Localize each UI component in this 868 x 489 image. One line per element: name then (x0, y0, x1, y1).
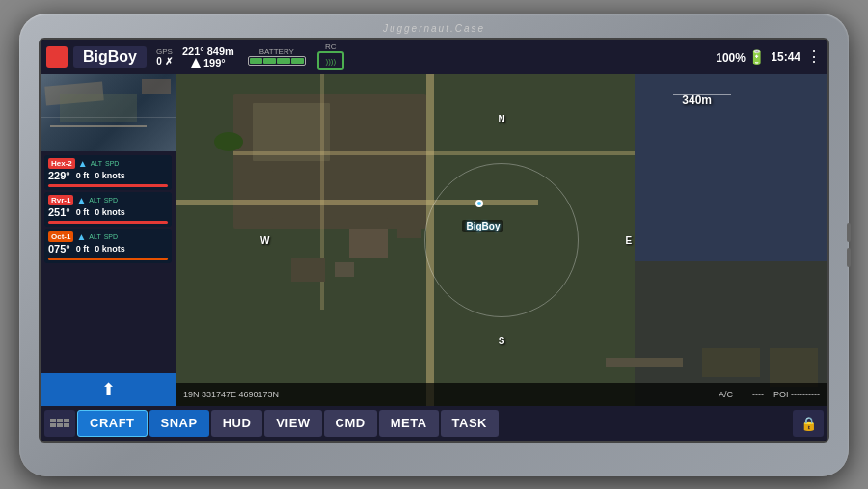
rc-icon: )))) (317, 51, 344, 70)
main-content: Hex-2 ▲ ALT SPD 229° 0 ft 0 knots (41, 74, 827, 406)
drone-alt: 0 ft (76, 171, 90, 180)
upload-button[interactable]: ⬆ (41, 373, 176, 406)
arrow-up-icon (191, 58, 201, 68)
battery-bar (248, 56, 306, 66)
bearing-row: 199° (191, 57, 226, 68)
nav-section: 221° 849m 199° (182, 45, 234, 68)
drone-status-bar (48, 258, 168, 260)
drone-arrow-icon: ▲ (76, 231, 86, 242)
drone-list: Hex-2 ▲ ALT SPD 229° 0 ft 0 knots (41, 151, 176, 373)
drone-tag: Rvr-1 (48, 195, 73, 205)
ac-section: A/C ---- (719, 390, 764, 399)
battery-cell-3 (277, 58, 289, 64)
left-panel: Hex-2 ▲ ALT SPD 229° 0 ft 0 knots (41, 74, 176, 406)
spd-label: SPD (105, 160, 119, 167)
spd-label: SPD (104, 197, 118, 204)
battery-section: BATTERY (248, 47, 306, 66)
drone-stats: 075° 0 ft 0 knots (48, 243, 168, 255)
device-frame: Juggernaut.Case BigBoy GPS 0 ✗ 221° 849m… (19, 14, 849, 476)
map-area[interactable]: N S E W 340m BigBoy 19N 331747E 4690173N… (176, 74, 827, 406)
compass-east: E (626, 234, 633, 245)
battery-cell-4 (291, 58, 304, 64)
drone-heading: 251° (48, 206, 70, 218)
grid-icon (50, 419, 69, 427)
hud-button[interactable]: HUD (211, 410, 263, 437)
coords-label: 19N 331747E 4690173N (183, 390, 279, 399)
ac-value: ---- (752, 390, 764, 399)
drone-stats: 229° 0 ft 0 knots (48, 170, 168, 181)
drone-spd: 0 knots (95, 207, 125, 217)
drone-stats: 251° 0 ft 0 knots (48, 206, 168, 218)
drone-tag: Oct-1 (48, 231, 73, 242)
side-buttons (847, 223, 851, 267)
drone-item-top: Hex-2 ▲ ALT SPD (48, 158, 168, 169)
bearing-val: 199° (203, 57, 226, 68)
list-item[interactable]: Hex-2 ▲ ALT SPD 229° 0 ft 0 knots (44, 155, 172, 190)
ac-label: A/C (719, 390, 733, 399)
battery-label: BATTERY (259, 47, 294, 56)
drone-heading: 229° (48, 170, 70, 181)
cmd-button[interactable]: CMD (324, 410, 377, 437)
poi-label: POI (773, 390, 789, 399)
distance-val: 849m (207, 45, 234, 57)
view-button[interactable]: VIEW (264, 410, 321, 437)
gps-sats: 0 ✗ (156, 56, 172, 67)
snap-button[interactable]: SNAP (149, 410, 209, 437)
grid-button[interactable] (44, 410, 75, 437)
drone-status-bar (48, 221, 168, 224)
brand-label: Juggernaut.Case (383, 23, 485, 34)
drone-arrow-icon: ▲ (76, 195, 86, 205)
screen: BigBoy GPS 0 ✗ 221° 849m 199° BATTERY (39, 38, 829, 443)
drone-name: BigBoy (73, 46, 147, 68)
time-value: 15:44 (771, 50, 800, 64)
drone-spd: 0 knots (95, 244, 125, 254)
alt-label: ALT (89, 233, 100, 240)
lock-button[interactable]: 🔒 (793, 410, 824, 437)
drone-arrow-icon: ▲ (78, 158, 88, 169)
spd-label: SPD (104, 233, 118, 240)
heading-val: 221° (182, 45, 204, 57)
compass-north: N (498, 114, 504, 124)
drone-heading: 075° (48, 243, 70, 255)
drone-item-top: Oct-1 ▲ ALT SPD (48, 231, 168, 242)
heading-row: 221° 849m (182, 45, 234, 57)
battery-cell-2 (263, 58, 276, 64)
list-item[interactable]: Oct-1 ▲ ALT SPD 075° 0 ft 0 knots (44, 229, 172, 263)
drone-alt: 0 ft (76, 244, 90, 254)
drone-alt: 0 ft (76, 207, 90, 217)
battery-cell-1 (250, 58, 262, 64)
distance-label: 340m (682, 94, 712, 107)
top-bar: BigBoy GPS 0 ✗ 221° 849m 199° BATTERY (41, 40, 827, 74)
drone-status-bar (48, 184, 168, 187)
rc-label: RC (325, 42, 337, 51)
record-indicator (46, 46, 68, 68)
gps-section: GPS 0 ✗ (156, 47, 173, 67)
side-button-1[interactable] (847, 223, 851, 242)
drone-spd: 0 knots (95, 171, 125, 180)
time-display: 15:44 (771, 50, 800, 64)
rc-section: RC )))) (317, 42, 344, 70)
menu-button[interactable]: ⋮ (806, 47, 822, 66)
compass-west: W (260, 234, 269, 245)
poi-value: ---------- (791, 390, 820, 399)
battery-percentage: 100% 🔋 (716, 49, 765, 65)
distance-line (673, 94, 731, 95)
bottom-toolbar: CRAFT SNAP HUD VIEW CMD META TASK (41, 406, 827, 441)
gps-label: GPS (156, 47, 173, 56)
task-button[interactable]: TASK (441, 410, 499, 437)
drone-map-marker: BigBoy (462, 220, 503, 232)
drone-tag: Hex-2 (48, 158, 75, 169)
alt-label: ALT (91, 160, 102, 167)
video-feed (41, 74, 176, 151)
map-bottom-bar: 19N 331747E 4690173N A/C ---- POI ------… (176, 383, 827, 406)
craft-button[interactable]: CRAFT (77, 410, 148, 437)
poi-section: POI ---------- (773, 390, 820, 399)
list-item[interactable]: Rvr-1 ▲ ALT SPD 251° 0 ft 0 knots (44, 192, 172, 227)
alt-label: ALT (89, 197, 100, 204)
meta-button[interactable]: META (379, 410, 439, 437)
side-button-2[interactable] (847, 248, 851, 267)
compass-circle (424, 163, 579, 317)
compass-south: S (499, 336, 505, 346)
drone-item-top: Rvr-1 ▲ ALT SPD (48, 195, 168, 205)
